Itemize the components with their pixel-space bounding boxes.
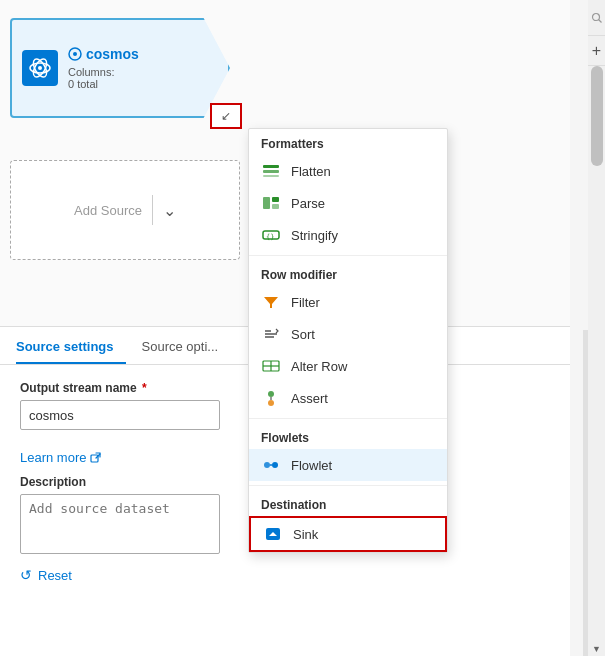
divider-1 <box>249 255 447 256</box>
reset-button[interactable]: Reset <box>38 568 72 583</box>
add-source-divider <box>152 195 153 225</box>
cosmos-columns: Columns: 0 total <box>68 66 139 90</box>
zoom-in-button[interactable]: + <box>588 36 605 66</box>
required-indicator: * <box>142 381 147 395</box>
menu-item-sort[interactable]: Sort <box>249 318 447 350</box>
alter-row-icon <box>261 356 281 376</box>
scroll-thumb[interactable] <box>591 66 603 166</box>
external-link-icon <box>90 452 102 464</box>
svg-point-5 <box>73 52 77 56</box>
svg-rect-10 <box>263 197 270 209</box>
flowlets-header: Flowlets <box>249 423 447 449</box>
svg-point-25 <box>264 462 270 468</box>
svg-rect-6 <box>91 455 98 462</box>
formatters-header: Formatters <box>249 129 447 155</box>
svg-rect-9 <box>263 175 279 177</box>
svg-marker-15 <box>264 297 278 308</box>
divider-2 <box>249 418 447 419</box>
add-source-label: Add Source <box>74 203 142 218</box>
reset-row: ↺ Reset <box>20 567 550 583</box>
output-stream-input[interactable] <box>20 400 220 430</box>
flatten-icon <box>261 161 281 181</box>
stringify-icon: {} <box>261 225 281 245</box>
svg-text:{}: {} <box>266 233 274 241</box>
menu-item-stringify[interactable]: {} Stringify <box>249 219 447 251</box>
svg-point-30 <box>592 13 599 20</box>
cosmos-node[interactable]: cosmos Columns: 0 total <box>10 18 230 118</box>
menu-item-parse[interactable]: Parse <box>249 187 447 219</box>
connector-box[interactable]: ↙ <box>210 103 242 129</box>
filter-icon <box>261 292 281 312</box>
destination-header: Destination <box>249 490 447 516</box>
svg-rect-8 <box>263 170 279 173</box>
svg-point-3 <box>38 66 42 70</box>
cosmos-node-title: cosmos <box>68 46 139 62</box>
sort-icon <box>261 324 281 344</box>
cosmos-title-icon <box>68 47 82 61</box>
svg-line-31 <box>598 19 601 22</box>
row-modifier-header: Row modifier <box>249 260 447 286</box>
menu-item-flowlet[interactable]: Flowlet <box>249 449 447 481</box>
cosmos-info: cosmos Columns: 0 total <box>68 46 139 90</box>
svg-point-23 <box>268 391 274 397</box>
menu-item-alter-row[interactable]: Alter Row <box>249 350 447 382</box>
menu-item-filter[interactable]: Filter <box>249 286 447 318</box>
svg-point-26 <box>272 462 278 468</box>
dropdown-menu: Formatters Flatten Parse {} Stringify Ro… <box>248 128 448 553</box>
divider-3 <box>249 485 447 486</box>
search-icon <box>591 12 603 24</box>
resize-handle[interactable] <box>583 330 588 656</box>
cosmos-icon <box>22 50 58 86</box>
tab-source-options[interactable]: Source opti... <box>142 339 231 364</box>
right-scrollbar: + ▲ ▼ <box>588 0 605 656</box>
menu-item-flatten[interactable]: Flatten <box>249 155 447 187</box>
menu-item-assert[interactable]: Assert <box>249 382 447 414</box>
description-input[interactable] <box>20 494 220 554</box>
reset-icon: ↺ <box>20 567 32 583</box>
svg-rect-7 <box>263 165 279 168</box>
menu-item-sink[interactable]: Sink <box>249 516 447 552</box>
parse-icon <box>261 193 281 213</box>
search-area[interactable] <box>588 0 605 36</box>
svg-rect-11 <box>272 197 279 202</box>
flowlet-icon <box>261 455 281 475</box>
svg-point-22 <box>268 400 274 406</box>
scroll-down-button[interactable]: ▼ <box>588 641 605 656</box>
svg-rect-12 <box>272 204 279 209</box>
assert-icon <box>261 388 281 408</box>
chevron-down-icon[interactable]: ⌄ <box>163 201 176 220</box>
sink-icon <box>263 524 283 544</box>
tab-source-settings[interactable]: Source settings <box>16 339 126 364</box>
learn-more-link[interactable]: Learn more <box>20 450 102 465</box>
add-source-box[interactable]: Add Source ⌄ <box>10 160 240 260</box>
